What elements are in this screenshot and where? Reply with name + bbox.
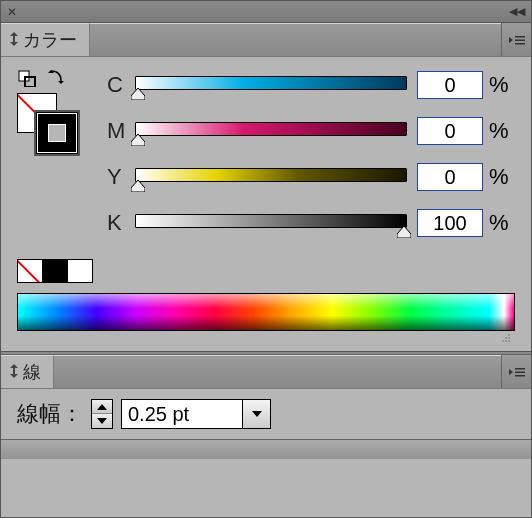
unit-m: % xyxy=(489,118,515,144)
svg-rect-13 xyxy=(515,375,525,377)
track-y[interactable] xyxy=(135,168,407,186)
weight-stepper[interactable] xyxy=(91,399,113,429)
svg-point-5 xyxy=(508,340,510,342)
track-c[interactable] xyxy=(135,76,407,94)
svg-rect-2 xyxy=(515,43,525,45)
input-c[interactable]: 0 xyxy=(417,71,483,99)
track-k[interactable] xyxy=(135,214,407,232)
track-m[interactable] xyxy=(135,122,407,140)
resize-grip[interactable] xyxy=(17,331,515,343)
mini-swatches xyxy=(17,259,93,283)
stepper-down-icon[interactable] xyxy=(92,414,112,428)
slider-k: K 100 % xyxy=(107,207,515,239)
cycle-icon xyxy=(9,32,19,49)
input-k[interactable]: 100 xyxy=(417,209,483,237)
footer-bar xyxy=(1,439,531,459)
unit-y: % xyxy=(489,164,515,190)
svg-point-6 xyxy=(505,340,507,342)
svg-rect-0 xyxy=(515,36,525,38)
svg-rect-1 xyxy=(515,39,525,41)
weight-label: 線幅： xyxy=(17,399,83,429)
svg-point-8 xyxy=(508,337,510,339)
weight-input[interactable]: 0.25 pt xyxy=(122,400,242,428)
swatch-white[interactable] xyxy=(67,260,92,282)
cycle-icon xyxy=(9,364,19,381)
unit-c: % xyxy=(489,72,515,98)
stroke-panel-body: 線幅： 0.25 pt xyxy=(1,389,531,439)
tab-color[interactable]: カラー xyxy=(1,23,90,56)
slider-y: Y 0 % xyxy=(107,161,515,193)
unit-k: % xyxy=(489,210,515,236)
svg-rect-11 xyxy=(515,368,525,370)
default-fillstroke-icon[interactable] xyxy=(17,69,37,87)
panel-menu-button[interactable] xyxy=(501,23,531,56)
tab-filler xyxy=(90,23,501,56)
color-spectrum[interactable] xyxy=(17,293,515,331)
tab-stroke[interactable]: 線 xyxy=(1,355,54,388)
swatch-column xyxy=(17,69,97,153)
svg-point-10 xyxy=(508,334,510,336)
close-icon[interactable]: ✕ xyxy=(7,5,17,19)
panel-container: ✕ ◀◀ カラー xyxy=(0,0,532,518)
swatch-none[interactable] xyxy=(18,260,42,282)
svg-point-9 xyxy=(505,337,507,339)
slider-c: C 0 % xyxy=(107,69,515,101)
stroke-swatch[interactable] xyxy=(37,113,77,153)
tab-filler xyxy=(54,355,501,388)
stepper-up-icon[interactable] xyxy=(92,400,112,414)
input-y[interactable]: 0 xyxy=(417,163,483,191)
tab-stroke-label: 線 xyxy=(23,360,41,384)
input-m[interactable]: 0 xyxy=(417,117,483,145)
label-k: K xyxy=(107,210,135,236)
svg-point-7 xyxy=(502,340,504,342)
weight-dropdown[interactable] xyxy=(242,400,270,428)
color-panel-body: C 0 % M xyxy=(1,57,531,351)
swap-fillstroke-icon[interactable] xyxy=(47,69,67,87)
cmyk-sliders: C 0 % M xyxy=(97,69,515,253)
weight-field: 0.25 pt xyxy=(121,399,271,429)
collapse-icon[interactable]: ◀◀ xyxy=(509,5,525,18)
color-tab-row: カラー xyxy=(1,23,531,57)
fill-stroke-indicator[interactable] xyxy=(17,93,77,153)
slider-m: M 0 % xyxy=(107,115,515,147)
tab-color-label: カラー xyxy=(23,28,77,52)
panel-menu-button[interactable] xyxy=(501,355,531,388)
svg-rect-12 xyxy=(515,371,525,373)
stroke-tab-row: 線 xyxy=(1,355,531,389)
titlebar: ✕ ◀◀ xyxy=(1,1,531,23)
swatch-black[interactable] xyxy=(42,260,67,282)
